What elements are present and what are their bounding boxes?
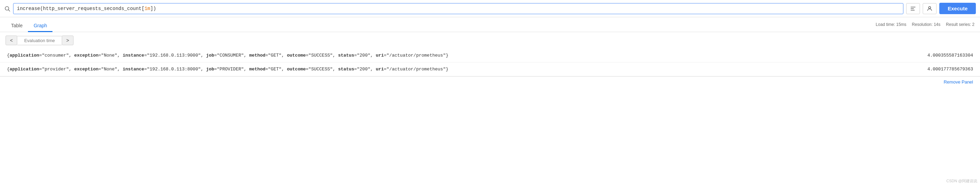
eval-row: < Evaluation time >	[0, 32, 980, 49]
next-time-button[interactable]: >	[62, 35, 73, 45]
result-series: Result series: 2	[946, 22, 974, 27]
bottom-bar: Remove Panel	[0, 76, 980, 87]
tab-graph[interactable]: Graph	[28, 20, 52, 32]
search-icon	[4, 6, 10, 12]
row-label-1: {application="consumer", exception="None…	[7, 53, 920, 58]
tab-table[interactable]: Table	[6, 20, 28, 32]
resolution: Resolution: 14s	[912, 22, 941, 27]
load-time: Load time: 15ms	[876, 22, 907, 27]
svg-point-5	[929, 6, 931, 9]
row-value-2: 4.000177785679363	[927, 67, 973, 72]
format-button[interactable]	[906, 3, 920, 14]
tabs-left: Table Graph	[6, 20, 52, 32]
meta-info: Load time: 15ms Resolution: 14s Result s…	[876, 22, 974, 30]
data-rows-container: {application="consumer", exception="None…	[0, 49, 980, 76]
remove-panel-button[interactable]: Remove Panel	[944, 80, 973, 85]
tabs-bar: Table Graph Load time: 15ms Resolution: …	[0, 17, 980, 32]
query-input[interactable]: increase(http_server_requests_seconds_co…	[13, 3, 904, 14]
svg-line-1	[8, 10, 10, 11]
user-button[interactable]	[923, 3, 937, 14]
row-label-2: {application="provider", exception="None…	[7, 67, 920, 72]
eval-time-label: Evaluation time	[17, 36, 62, 45]
top-bar: increase(http_server_requests_seconds_co…	[0, 0, 980, 17]
table-row: {application="consumer", exception="None…	[0, 49, 980, 62]
row-value-1: 4.000355587163304	[927, 53, 973, 58]
query-text: increase(http_server_requests_seconds_co…	[17, 6, 156, 11]
prev-time-button[interactable]: <	[6, 35, 17, 45]
execute-button[interactable]: Execute	[939, 3, 976, 14]
watermark: CSDN @阿建说说	[947, 179, 977, 183]
table-row: {application="provider", exception="None…	[0, 62, 980, 76]
